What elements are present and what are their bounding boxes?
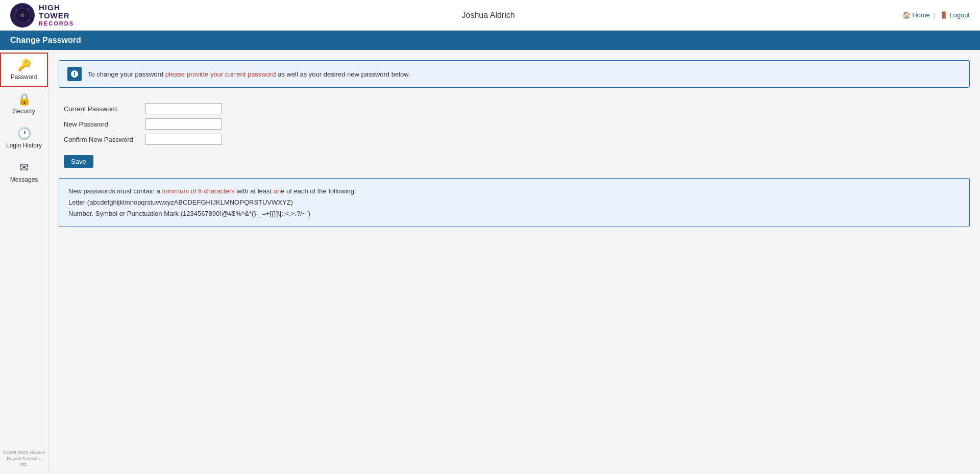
- logo-high: HIGH: [39, 4, 74, 12]
- history-icon: 🕐: [17, 127, 31, 140]
- logout-link[interactable]: 🚪 Logout: [940, 11, 970, 19]
- logo-area: ★ ★ ★ HIGH TOWER RECORDS: [10, 3, 74, 28]
- logo-text: HIGH TOWER RECORDS: [39, 4, 74, 27]
- home-link[interactable]: 🏠 Home: [902, 11, 930, 19]
- logo-records: RECORDS: [39, 20, 74, 27]
- save-button[interactable]: Save: [64, 155, 93, 168]
- confirm-password-label: Confirm New Password: [64, 136, 145, 143]
- current-password-input[interactable]: [145, 103, 222, 114]
- sidebar: 🔑 Password 🔒 Security 🕐 Login History ✉ …: [0, 50, 48, 473]
- info-box: To change your password please provide y…: [59, 60, 970, 88]
- info-box-text: To change your password please provide y…: [88, 70, 410, 78]
- new-password-input[interactable]: [145, 118, 222, 130]
- sidebar-item-messages[interactable]: ✉ Messages: [0, 155, 48, 189]
- page-title: Change Password: [10, 36, 81, 44]
- nav-divider: |: [934, 11, 936, 19]
- info-icon: [67, 67, 82, 81]
- sidebar-item-security[interactable]: 🔒 Security: [0, 87, 48, 121]
- requirements-line2: Letter (abcdefghijklmnopqrstuvwxyzABCDEF…: [68, 197, 960, 208]
- req-highlight-minimum: minimum of 6 characters: [162, 187, 235, 195]
- layout: 🔑 Password 🔒 Security 🕐 Login History ✉ …: [0, 50, 980, 473]
- page-title-bar: Change Password: [0, 31, 980, 50]
- header-username: Joshua Aldrich: [462, 11, 515, 20]
- requirements-line1: New passwords must contain a minimum of …: [68, 186, 960, 197]
- requirements-line3: Number, Symbol or Punctuation Mark (1234…: [68, 208, 960, 219]
- req-highlight-on: on: [274, 187, 281, 195]
- confirm-password-row: Confirm New Password: [64, 134, 970, 145]
- confirm-password-input[interactable]: [145, 134, 222, 145]
- home-label: Home: [912, 11, 930, 19]
- sidebar-copyright: ©2008-2022 Alliance Payroll Services, In…: [0, 445, 48, 473]
- current-password-label: Current Password: [64, 105, 145, 113]
- header-nav: 🏠 Home | 🚪 Logout: [902, 11, 970, 19]
- info-highlight: please provide your current password: [165, 70, 276, 78]
- main-content: To change your password please provide y…: [48, 50, 980, 473]
- svg-text:★: ★: [28, 18, 30, 21]
- new-password-label: New Password: [64, 120, 145, 128]
- sidebar-item-login-history[interactable]: 🕐 Login History: [0, 121, 48, 155]
- home-icon: 🏠: [902, 11, 911, 19]
- sidebar-item-password[interactable]: 🔑 Password: [0, 53, 48, 87]
- logout-label: Logout: [949, 11, 970, 19]
- sidebar-label-password: Password: [11, 73, 38, 81]
- new-password-row: New Password: [64, 118, 970, 130]
- form-section: Current Password New Password Confirm Ne…: [64, 103, 970, 145]
- requirements-box: New passwords must contain a minimum of …: [59, 178, 970, 227]
- sidebar-label-security: Security: [13, 108, 35, 115]
- svg-point-2: [20, 13, 24, 17]
- current-password-row: Current Password: [64, 103, 970, 114]
- key-icon: 🔑: [17, 59, 31, 72]
- sidebar-label-messages: Messages: [10, 176, 38, 183]
- lock-icon: 🔒: [17, 93, 31, 106]
- header: ★ ★ ★ HIGH TOWER RECORDS Joshua Aldrich …: [0, 0, 980, 31]
- svg-text:★: ★: [15, 9, 17, 12]
- logout-icon: 🚪: [940, 11, 948, 19]
- logo-tower: TOWER: [39, 12, 74, 20]
- sidebar-label-login-history: Login History: [6, 142, 42, 149]
- envelope-icon: ✉: [19, 161, 29, 174]
- logo-icon: ★ ★ ★: [10, 3, 35, 28]
